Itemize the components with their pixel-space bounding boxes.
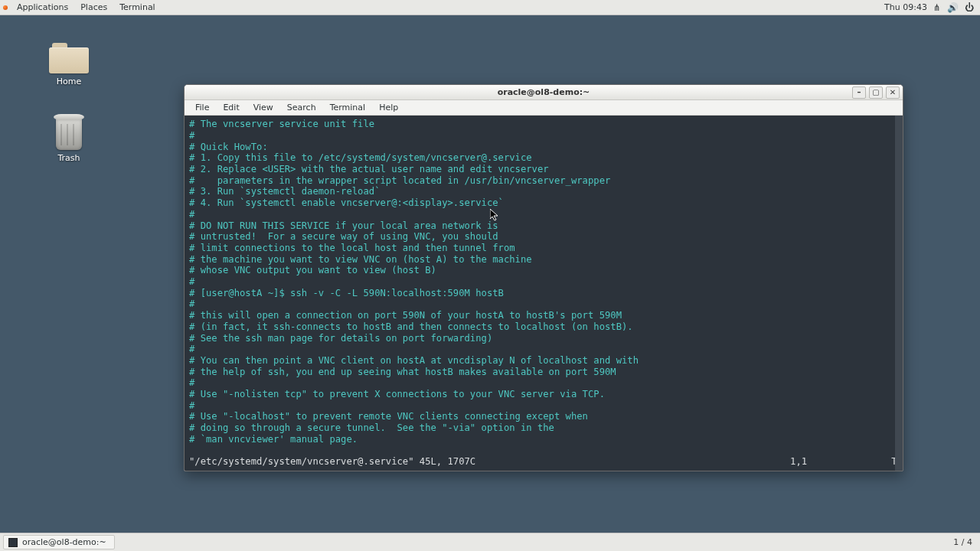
desktop-icon-label: Home [38,77,100,86]
scrollbar[interactable] [895,116,903,471]
menu-places[interactable]: Places [74,2,113,12]
menubar: File Edit View Search Terminal Help [185,100,903,116]
taskbar-entry-label: oracle@ol8-demo:~ [22,537,106,547]
close-button[interactable]: ✕ [886,86,900,99]
workspace-indicator[interactable]: 1 / 4 [949,537,977,547]
folder-icon: ⌂ [49,43,89,73]
menu-file[interactable]: File [189,101,215,114]
menu-terminal[interactable]: Terminal [113,2,162,12]
network-icon[interactable]: ⋔ [933,3,941,12]
desktop-icon-label: Trash [38,153,100,163]
menu-edit[interactable]: Edit [217,101,245,114]
trash-icon [56,119,82,150]
menu-help[interactable]: Help [373,101,404,114]
terminal-output[interactable]: # The vncserver service unit file # # Qu… [185,116,895,471]
menu-view[interactable]: View [247,101,279,114]
volume-icon[interactable]: 🔊 [947,3,959,12]
desktop-icon-home[interactable]: ⌂ Home [38,43,100,86]
menu-terminal[interactable]: Terminal [324,101,372,114]
clock[interactable]: Thu 09:43 [878,2,933,12]
minimize-button[interactable]: – [852,86,866,99]
titlebar[interactable]: oracle@ol8-demo:~ – ▢ ✕ [185,85,903,100]
top-panel: Applications Places Terminal Thu 09:43 ⋔… [0,0,980,15]
desktop-icon-trash[interactable]: Trash [38,119,100,163]
power-icon[interactable]: ⏻ [965,3,974,12]
maximize-button[interactable]: ▢ [869,86,883,99]
taskbar-entry-terminal[interactable]: oracle@ol8-demo:~ [3,535,115,549]
menu-search[interactable]: Search [281,101,322,114]
window-title: oracle@ol8-demo:~ [498,87,590,97]
menu-applications[interactable]: Applications [11,2,74,12]
bottom-panel: oracle@ol8-demo:~ 1 / 4 [0,533,980,551]
terminal-window: oracle@ol8-demo:~ – ▢ ✕ File Edit View S… [184,84,903,471]
terminal-icon [8,538,18,547]
activities-icon [3,5,8,10]
